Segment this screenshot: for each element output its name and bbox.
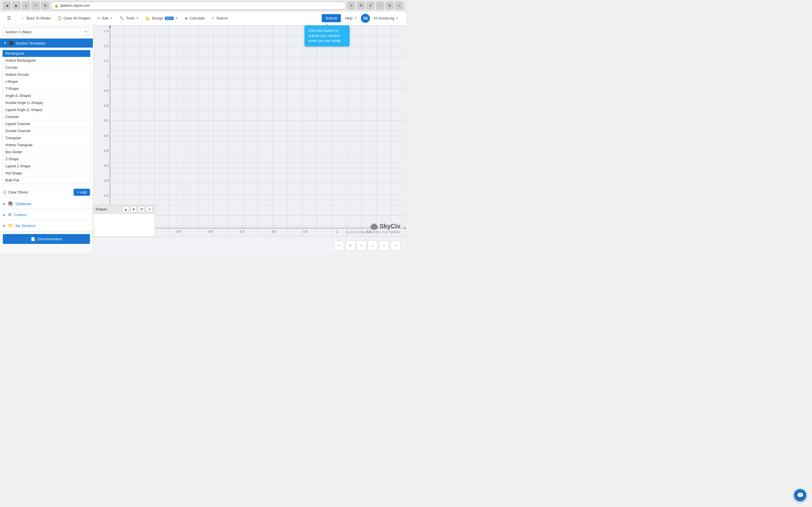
submit-btn[interactable]: Submit bbox=[322, 14, 341, 22]
documentation-btn[interactable]: 📄 Documentation bbox=[3, 234, 90, 244]
back-to-model-btn[interactable]: ← Back To Model bbox=[18, 14, 53, 22]
svg-text:0.6: 0.6 bbox=[208, 230, 213, 233]
browser-download-btn[interactable]: ⬇ bbox=[366, 2, 374, 10]
pan-right-btn[interactable]: → bbox=[390, 240, 400, 250]
browser-back-btn[interactable]: ◀ bbox=[3, 2, 11, 10]
submit-btn-label: Submit bbox=[326, 16, 337, 20]
pan-down-btn[interactable]: ↓ bbox=[368, 240, 378, 250]
browser-shield-btn[interactable]: 🛡 bbox=[32, 2, 40, 10]
zoom-plus-btn[interactable]: + bbox=[345, 240, 355, 250]
database-arrow-icon: ▶ bbox=[3, 202, 6, 206]
help-caret: ▼ bbox=[354, 17, 357, 20]
template-item[interactable]: Circular bbox=[3, 64, 90, 71]
pan-up-btn[interactable]: ↑ bbox=[379, 240, 389, 250]
pan-left-btn[interactable]: ← bbox=[356, 240, 366, 250]
arrow-right-icon: → bbox=[393, 243, 397, 247]
browser-expand-btn[interactable]: ⤡ bbox=[395, 2, 403, 10]
back-arrow-icon: ← bbox=[21, 16, 25, 20]
skyciv-logo: SkyCiv CLOUD ENGINEERING SOFTWARE bbox=[346, 222, 400, 234]
design-btn[interactable]: 📐 Design BETA ▼ bbox=[143, 14, 181, 22]
shapes-up-btn[interactable]: ▲ bbox=[123, 206, 129, 212]
template-item[interactable]: Hollow Circular bbox=[3, 71, 90, 78]
user-menu-btn[interactable]: Hi Scioly.org ▼ bbox=[371, 14, 402, 22]
browser-info-btn[interactable]: ℹ bbox=[22, 2, 30, 10]
browser-chrome: ◀ ▶ ℹ 🛡 ⚙ 🔒 platform.skyciv.com ↺ ⚙ ⬇ ↑ … bbox=[0, 0, 406, 11]
clear-all-shapes-btn[interactable]: 📋 Clear All Shapes bbox=[54, 14, 93, 22]
edit-icon: ✏ bbox=[97, 16, 100, 20]
section-templates-panel: ▼ ⬛ Section Templates RectangularHollow … bbox=[0, 39, 93, 198]
database-header[interactable]: ▶ 📚 Database bbox=[0, 198, 93, 209]
custom-arrow-icon: ▶ bbox=[3, 213, 6, 217]
template-item[interactable]: Bulb Flat bbox=[3, 177, 90, 184]
template-icon: ⬛ bbox=[9, 41, 13, 45]
template-item[interactable]: Angle (L-Shape) bbox=[3, 93, 90, 100]
svg-point-72 bbox=[372, 223, 376, 228]
clear-others-checkbox[interactable]: ☑ Clear Others bbox=[3, 190, 28, 194]
browser-ext-btn[interactable]: ⚙ bbox=[41, 2, 49, 10]
shapes-down-btn[interactable]: ▼ bbox=[131, 206, 137, 212]
custom-section: ▶ ⚙ Custom bbox=[0, 209, 93, 220]
skyciv-logo-text: SkyCiv bbox=[370, 222, 400, 231]
template-item[interactable]: Double Channel bbox=[3, 128, 90, 135]
svg-text:0.9: 0.9 bbox=[303, 230, 308, 233]
svg-text:0.6: 0.6 bbox=[104, 134, 109, 137]
tools-btn[interactable]: 🔧 Tools ▼ bbox=[117, 14, 142, 22]
calculate-label: Calculate bbox=[190, 16, 205, 20]
template-item[interactable]: Lipped Angle (L-Shape) bbox=[3, 107, 90, 114]
template-item[interactable]: Double Angle (L-Shape) bbox=[3, 100, 90, 107]
skyciv-cloud-icon bbox=[370, 222, 378, 231]
svg-text:1.2: 1.2 bbox=[104, 44, 109, 48]
add-btn[interactable]: + Add bbox=[73, 189, 90, 196]
edit-btn[interactable]: ✏ Edit ▼ bbox=[94, 14, 116, 22]
my-sections-header[interactable]: ▶ 📁 My Sections bbox=[0, 220, 93, 231]
shapes-title: Shapes bbox=[96, 207, 121, 211]
template-list: RectangularHollow RectangularCircularHol… bbox=[2, 50, 91, 184]
section-select[interactable]: Section 1 (New) bbox=[3, 27, 90, 36]
section-templates-header[interactable]: ▼ ⬛ Section Templates bbox=[0, 39, 93, 48]
template-item[interactable]: Box Girder bbox=[3, 149, 90, 156]
submit-check-btn[interactable]: ✓ Submit bbox=[209, 14, 231, 22]
arrow-left-icon: ← bbox=[359, 243, 363, 247]
svg-text:0.3: 0.3 bbox=[104, 179, 109, 182]
browser-forward-btn[interactable]: ▶ bbox=[12, 2, 20, 10]
svg-text:0.4: 0.4 bbox=[104, 164, 109, 167]
my-sections-icon: 📁 bbox=[8, 223, 13, 228]
menu-icon-btn[interactable]: ☰ bbox=[4, 14, 13, 23]
edit-label: Edit bbox=[102, 16, 108, 20]
svg-text:1: 1 bbox=[107, 74, 109, 77]
template-item[interactable]: Z-Shape bbox=[3, 156, 90, 163]
shapes-copy-btn[interactable]: ⧉ bbox=[139, 206, 145, 212]
browser-grid-btn[interactable]: ⊞ bbox=[386, 2, 394, 10]
svg-text:0.5: 0.5 bbox=[177, 230, 181, 233]
template-item[interactable]: Rectangular bbox=[3, 50, 90, 57]
zoom-minus-btn[interactable]: − bbox=[334, 240, 344, 250]
left-panel: Section 1 (New) ▼ ⬛ Section Templates Re… bbox=[0, 25, 93, 253]
template-item[interactable]: Lipped Z-Shape bbox=[3, 163, 90, 170]
browser-settings-btn[interactable]: ⚙ bbox=[357, 2, 365, 10]
database-icon: 📚 bbox=[8, 201, 13, 206]
template-item[interactable]: Hollow Triangular bbox=[3, 142, 90, 149]
clear-all-shapes-label: Clear All Shapes bbox=[63, 16, 91, 20]
browser-reload-btn[interactable]: ↺ bbox=[347, 2, 355, 10]
arrow-down-icon: ↓ bbox=[372, 243, 374, 247]
section-selector: Section 1 (New) bbox=[0, 25, 93, 39]
template-item[interactable]: Channel bbox=[3, 114, 90, 121]
template-item[interactable]: Triangular bbox=[3, 135, 90, 142]
svg-text:0.5: 0.5 bbox=[104, 149, 109, 152]
template-item[interactable]: Hollow Rectangular bbox=[3, 57, 90, 64]
up-icon: ▲ bbox=[124, 207, 128, 212]
template-item[interactable]: Lipped Channel bbox=[3, 121, 90, 128]
svg-text:1.1: 1.1 bbox=[104, 59, 109, 62]
browser-address-bar[interactable]: 🔒 platform.skyciv.com bbox=[51, 2, 346, 10]
template-item[interactable]: I-Shape bbox=[3, 78, 90, 86]
template-item[interactable]: Hat Shape bbox=[3, 170, 90, 177]
calculate-btn[interactable]: ◈ Calculate bbox=[182, 14, 207, 22]
shapes-delete-btn[interactable]: ✕ bbox=[146, 206, 153, 212]
template-item[interactable]: T-Shape bbox=[3, 86, 90, 93]
custom-header[interactable]: ▶ ⚙ Custom bbox=[0, 209, 93, 220]
browser-share-btn[interactable]: ↑ bbox=[376, 2, 384, 10]
help-btn[interactable]: Help ▼ bbox=[342, 14, 360, 22]
app-bar-divider-1 bbox=[16, 14, 16, 22]
user-avatar[interactable]: SB bbox=[361, 14, 370, 23]
delete-icon: ✕ bbox=[148, 207, 151, 212]
